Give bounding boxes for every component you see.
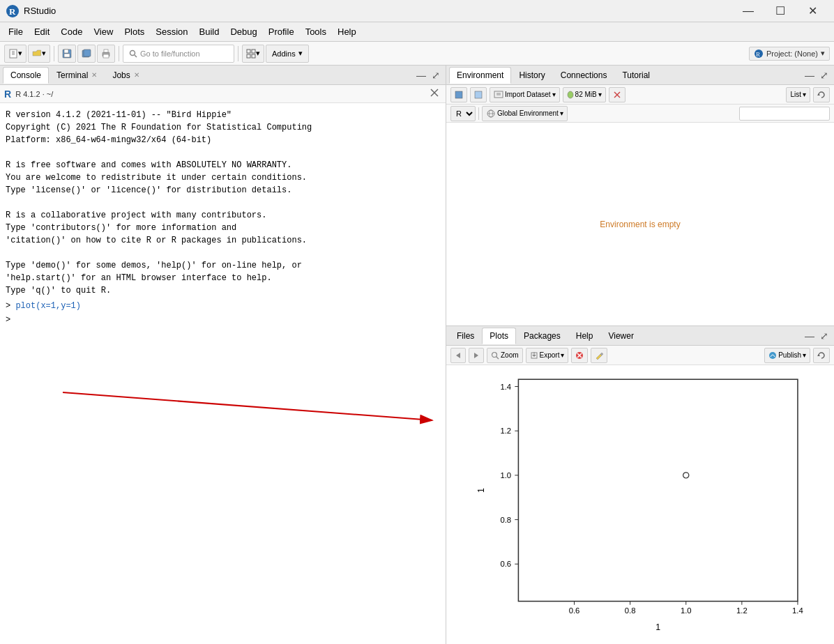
- delete-plot-button[interactable]: [571, 348, 588, 363]
- svg-rect-7: [64, 49, 68, 53]
- console-tab-bar: Console Terminal ✕ Jobs ✕ — ⤢: [0, 66, 446, 85]
- open-file-icon: [32, 49, 42, 59]
- svg-rect-13: [103, 54, 109, 58]
- tab-jobs[interactable]: Jobs ✕: [105, 67, 146, 84]
- svg-rect-8: [64, 54, 70, 57]
- env-separator: [478, 107, 479, 120]
- svg-rect-17: [252, 49, 255, 53]
- collapse-left-button[interactable]: —: [414, 68, 429, 82]
- tab-plots[interactable]: Plots: [482, 328, 516, 344]
- maximize-right-bottom-button[interactable]: ⤢: [817, 329, 831, 343]
- titlebar: R RStudio — ☐ ✕: [0, 0, 834, 22]
- tab-help[interactable]: Help: [568, 328, 601, 344]
- menu-plots[interactable]: Plots: [119, 24, 150, 40]
- new-file-button[interactable]: ▾: [4, 45, 26, 63]
- publish-icon: [768, 351, 777, 360]
- project-dropdown-arrow: ▾: [821, 49, 825, 58]
- close-button[interactable]: ✕: [796, 0, 828, 22]
- clear-env-button[interactable]: [609, 87, 626, 102]
- tab-console[interactable]: Console: [3, 67, 49, 84]
- load-workspace-button[interactable]: [470, 87, 487, 102]
- list-view-button[interactable]: List ▾: [786, 87, 810, 102]
- open-file-button[interactable]: ▾: [28, 45, 50, 63]
- env-secondary-toolbar: R Global Environment ▾: [446, 105, 834, 123]
- menubar: File Edit Code View Plots Session Build …: [0, 22, 834, 42]
- project-selector[interactable]: R Project: (None) ▾: [749, 47, 830, 61]
- menu-edit[interactable]: Edit: [29, 24, 55, 40]
- r-logo: R: [4, 89, 11, 100]
- project-icon: R: [754, 49, 764, 59]
- addins-button[interactable]: Addins ▾: [266, 45, 309, 63]
- tab-terminal[interactable]: Terminal ✕: [49, 67, 105, 84]
- svg-point-40: [492, 352, 497, 357]
- tab-files[interactable]: Files: [449, 328, 482, 344]
- y-tick-0.6: 0.6: [500, 560, 511, 568]
- menu-file[interactable]: File: [3, 24, 29, 40]
- go-to-file-button[interactable]: Go to file/function: [123, 45, 234, 63]
- environment-empty-message: Environment is empty: [446, 123, 834, 325]
- tab-history[interactable]: History: [511, 67, 552, 84]
- tab-tutorial[interactable]: Tutorial: [614, 67, 658, 84]
- maximize-left-button[interactable]: ⤢: [429, 68, 443, 82]
- menu-code[interactable]: Code: [55, 24, 88, 40]
- console-command-line: > plot(x=1,y=1): [6, 300, 440, 312]
- publish-button[interactable]: Publish ▾: [764, 348, 810, 363]
- delete-plot-icon: [575, 351, 584, 360]
- menu-debug[interactable]: Debug: [225, 24, 262, 40]
- right-pane: Environment History Connections Tutorial…: [446, 66, 834, 644]
- console-tab-label: Console: [10, 70, 41, 80]
- list-label: List: [790, 91, 801, 98]
- svg-rect-2: [10, 49, 17, 58]
- dropdown-arrow-icon2: ▾: [42, 49, 46, 58]
- clear-console-button[interactable]: [427, 87, 441, 100]
- y-tick-1.2: 1.2: [500, 427, 511, 435]
- edit-plot-button[interactable]: [591, 348, 607, 363]
- global-env-icon: [486, 109, 496, 118]
- svg-rect-16: [247, 49, 250, 53]
- print-button[interactable]: [97, 45, 115, 63]
- menu-build[interactable]: Build: [194, 24, 225, 40]
- menu-profile[interactable]: Profile: [263, 24, 300, 40]
- console-output[interactable]: R version 4.1.2 (2021-11-01) -- "Bird Hi…: [0, 103, 446, 644]
- viewer-tab-label: Viewer: [608, 331, 633, 341]
- export-button[interactable]: Export ▾: [526, 348, 569, 363]
- tab-viewer[interactable]: Viewer: [600, 328, 641, 344]
- import-dataset-button[interactable]: Import Dataset ▾: [490, 87, 560, 102]
- language-select[interactable]: R: [450, 106, 476, 121]
- minimize-button[interactable]: —: [732, 0, 764, 22]
- save-icon: [62, 49, 72, 59]
- menu-view[interactable]: View: [88, 24, 119, 40]
- tab-packages[interactable]: Packages: [516, 328, 568, 344]
- prev-plot-button[interactable]: [450, 348, 466, 363]
- menu-tools[interactable]: Tools: [300, 24, 332, 40]
- jobs-close-icon[interactable]: ✕: [134, 71, 139, 79]
- grid-button[interactable]: ▾: [242, 45, 264, 63]
- menu-help[interactable]: Help: [332, 24, 362, 40]
- save-all-button[interactable]: [77, 45, 96, 63]
- refresh-plot-button[interactable]: [813, 348, 830, 363]
- global-env-button[interactable]: Global Environment ▾: [482, 106, 568, 121]
- console-command-text: plot(x=1,y=1): [15, 301, 81, 311]
- list-arrow: ▾: [803, 91, 806, 98]
- publish-arrow: ▾: [803, 351, 806, 359]
- menu-session[interactable]: Session: [150, 24, 193, 40]
- svg-rect-26: [455, 91, 462, 98]
- next-plot-button[interactable]: [469, 348, 484, 363]
- refresh-env-button[interactable]: [813, 87, 830, 102]
- import-dataset-arrow: ▾: [552, 91, 556, 98]
- tab-environment[interactable]: Environment: [449, 67, 511, 84]
- save-button[interactable]: [58, 45, 76, 63]
- terminal-close-icon[interactable]: ✕: [91, 71, 97, 79]
- maximize-right-top-button[interactable]: ⤢: [817, 68, 831, 82]
- collapse-right-top-button[interactable]: —: [802, 68, 817, 82]
- tab-connections[interactable]: Connections: [553, 67, 615, 84]
- import-dataset-icon: [494, 91, 503, 99]
- collapse-right-bottom-button[interactable]: —: [802, 329, 817, 343]
- zoom-button[interactable]: Zoom: [487, 348, 523, 363]
- y-tick-1.4: 1.4: [500, 383, 511, 391]
- maximize-button[interactable]: ☐: [764, 0, 796, 22]
- memory-usage-button[interactable]: 82 MiB ▾: [563, 87, 606, 102]
- env-search-input[interactable]: [739, 107, 830, 121]
- publish-label: Publish: [778, 351, 801, 359]
- save-workspace-button[interactable]: [450, 87, 467, 102]
